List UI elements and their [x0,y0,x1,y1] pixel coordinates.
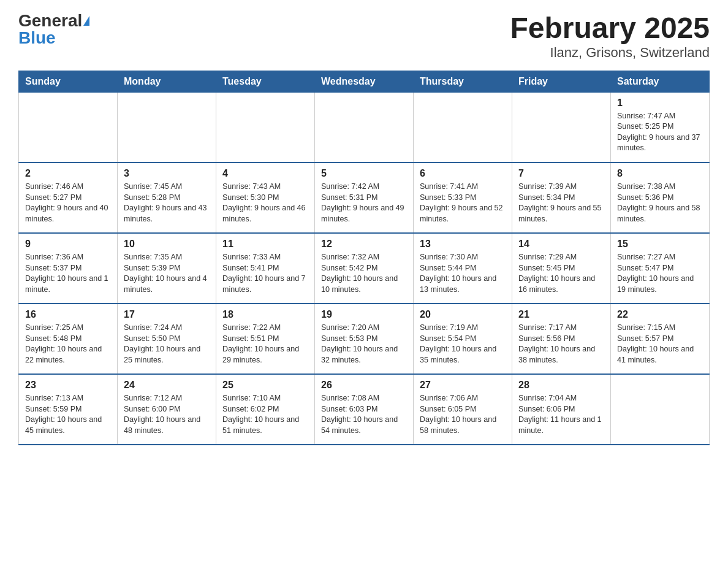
day-number: 26 [321,380,407,391]
calendar-body: 1Sunrise: 7:47 AMSunset: 5:25 PMDaylight… [19,92,710,445]
day-info: Sunrise: 7:12 AMSunset: 6:00 PMDaylight:… [124,393,210,436]
calendar-week-row: 16Sunrise: 7:25 AMSunset: 5:48 PMDayligh… [19,304,710,374]
calendar-cell: 11Sunrise: 7:33 AMSunset: 5:41 PMDayligh… [216,233,315,304]
day-number: 9 [25,239,111,250]
calendar-cell: 18Sunrise: 7:22 AMSunset: 5:51 PMDayligh… [216,304,315,374]
weekday-header-tuesday: Tuesday [216,71,315,92]
calendar-week-row: 2Sunrise: 7:46 AMSunset: 5:27 PMDaylight… [19,163,710,233]
day-number: 7 [518,168,604,179]
day-number: 27 [420,380,506,391]
day-number: 18 [222,309,308,320]
calendar-cell: 19Sunrise: 7:20 AMSunset: 5:53 PMDayligh… [315,304,414,374]
day-info: Sunrise: 7:15 AMSunset: 5:57 PMDaylight:… [617,323,703,366]
day-info: Sunrise: 7:06 AMSunset: 6:05 PMDaylight:… [420,393,506,436]
calendar-cell: 13Sunrise: 7:30 AMSunset: 5:44 PMDayligh… [414,233,512,304]
day-number: 21 [518,309,604,320]
weekday-header-wednesday: Wednesday [315,71,414,92]
calendar-cell: 16Sunrise: 7:25 AMSunset: 5:48 PMDayligh… [19,304,118,374]
calendar-cell: 2Sunrise: 7:46 AMSunset: 5:27 PMDaylight… [19,163,118,233]
calendar-cell [19,92,118,163]
day-info: Sunrise: 7:47 AMSunset: 5:25 PMDaylight:… [617,111,703,154]
calendar-cell: 23Sunrise: 7:13 AMSunset: 5:59 PMDayligh… [19,374,118,445]
calendar-cell: 27Sunrise: 7:06 AMSunset: 6:05 PMDayligh… [414,374,512,445]
calendar-week-row: 23Sunrise: 7:13 AMSunset: 5:59 PMDayligh… [19,374,710,445]
day-info: Sunrise: 7:33 AMSunset: 5:41 PMDaylight:… [222,252,308,295]
calendar-cell: 22Sunrise: 7:15 AMSunset: 5:57 PMDayligh… [611,304,710,374]
logo-triangle-icon [83,16,89,26]
calendar-cell [512,92,611,163]
calendar-table: SundayMondayTuesdayWednesdayThursdayFrid… [18,71,710,446]
day-info: Sunrise: 7:36 AMSunset: 5:37 PMDaylight:… [25,252,111,295]
day-info: Sunrise: 7:27 AMSunset: 5:47 PMDaylight:… [617,252,703,295]
day-info: Sunrise: 7:43 AMSunset: 5:30 PMDaylight:… [222,182,308,224]
day-info: Sunrise: 7:10 AMSunset: 6:02 PMDaylight:… [222,393,308,436]
day-number: 28 [518,380,604,391]
calendar-header: SundayMondayTuesdayWednesdayThursdayFrid… [19,71,710,92]
weekday-header-friday: Friday [512,71,611,92]
logo-blue-text: Blue [18,29,56,47]
day-number: 10 [124,239,210,250]
day-info: Sunrise: 7:04 AMSunset: 6:06 PMDaylight:… [518,393,604,436]
day-number: 11 [222,239,308,250]
day-info: Sunrise: 7:39 AMSunset: 5:34 PMDaylight:… [518,182,604,224]
calendar-cell: 6Sunrise: 7:41 AMSunset: 5:33 PMDaylight… [414,163,512,233]
day-info: Sunrise: 7:45 AMSunset: 5:28 PMDaylight:… [124,182,210,224]
day-number: 17 [124,309,210,320]
weekday-header-sunday: Sunday [19,71,118,92]
day-info: Sunrise: 7:13 AMSunset: 5:59 PMDaylight:… [25,393,111,436]
calendar-cell: 17Sunrise: 7:24 AMSunset: 5:50 PMDayligh… [118,304,216,374]
day-info: Sunrise: 7:32 AMSunset: 5:42 PMDaylight:… [321,252,407,295]
day-number: 3 [124,168,210,179]
calendar-week-row: 1Sunrise: 7:47 AMSunset: 5:25 PMDaylight… [19,92,710,163]
day-number: 8 [617,168,703,179]
calendar-cell: 26Sunrise: 7:08 AMSunset: 6:03 PMDayligh… [315,374,414,445]
day-number: 1 [617,98,703,109]
weekday-header-row: SundayMondayTuesdayWednesdayThursdayFrid… [19,71,710,92]
calendar-cell: 7Sunrise: 7:39 AMSunset: 5:34 PMDaylight… [512,163,611,233]
weekday-header-monday: Monday [118,71,216,92]
day-info: Sunrise: 7:29 AMSunset: 5:45 PMDaylight:… [518,252,604,295]
calendar-cell: 14Sunrise: 7:29 AMSunset: 5:45 PMDayligh… [512,233,611,304]
day-info: Sunrise: 7:41 AMSunset: 5:33 PMDaylight:… [420,182,506,224]
day-number: 24 [124,380,210,391]
calendar-cell: 4Sunrise: 7:43 AMSunset: 5:30 PMDaylight… [216,163,315,233]
day-info: Sunrise: 7:42 AMSunset: 5:31 PMDaylight:… [321,182,407,224]
calendar-cell: 28Sunrise: 7:04 AMSunset: 6:06 PMDayligh… [512,374,611,445]
logo: General Blue [18,12,89,47]
calendar-cell: 1Sunrise: 7:47 AMSunset: 5:25 PMDaylight… [611,92,710,163]
day-number: 20 [420,309,506,320]
day-info: Sunrise: 7:22 AMSunset: 5:51 PMDaylight:… [222,323,308,366]
day-info: Sunrise: 7:25 AMSunset: 5:48 PMDaylight:… [25,323,111,366]
calendar-title-block: February 2025 Ilanz, Grisons, Switzerlan… [510,12,710,61]
weekday-header-thursday: Thursday [414,71,512,92]
day-info: Sunrise: 7:08 AMSunset: 6:03 PMDaylight:… [321,393,407,436]
calendar-cell [611,374,710,445]
calendar-cell [118,92,216,163]
day-number: 12 [321,239,407,250]
calendar-cell: 15Sunrise: 7:27 AMSunset: 5:47 PMDayligh… [611,233,710,304]
day-number: 14 [518,239,604,250]
day-number: 4 [222,168,308,179]
calendar-cell: 9Sunrise: 7:36 AMSunset: 5:37 PMDaylight… [19,233,118,304]
day-number: 16 [25,309,111,320]
calendar-cell: 24Sunrise: 7:12 AMSunset: 6:00 PMDayligh… [118,374,216,445]
weekday-header-saturday: Saturday [611,71,710,92]
calendar-week-row: 9Sunrise: 7:36 AMSunset: 5:37 PMDaylight… [19,233,710,304]
day-info: Sunrise: 7:35 AMSunset: 5:39 PMDaylight:… [124,252,210,295]
day-number: 5 [321,168,407,179]
logo-general-text: General [18,12,82,29]
day-info: Sunrise: 7:46 AMSunset: 5:27 PMDaylight:… [25,182,111,224]
day-number: 25 [222,380,308,391]
day-number: 22 [617,309,703,320]
day-info: Sunrise: 7:20 AMSunset: 5:53 PMDaylight:… [321,323,407,366]
page-header: General Blue February 2025 Ilanz, Grison… [18,12,710,61]
day-info: Sunrise: 7:30 AMSunset: 5:44 PMDaylight:… [420,252,506,295]
calendar-cell [414,92,512,163]
day-number: 19 [321,309,407,320]
calendar-cell: 8Sunrise: 7:38 AMSunset: 5:36 PMDaylight… [611,163,710,233]
day-info: Sunrise: 7:19 AMSunset: 5:54 PMDaylight:… [420,323,506,366]
calendar-subtitle: Ilanz, Grisons, Switzerland [510,45,710,61]
day-number: 6 [420,168,506,179]
day-number: 15 [617,239,703,250]
calendar-cell: 12Sunrise: 7:32 AMSunset: 5:42 PMDayligh… [315,233,414,304]
